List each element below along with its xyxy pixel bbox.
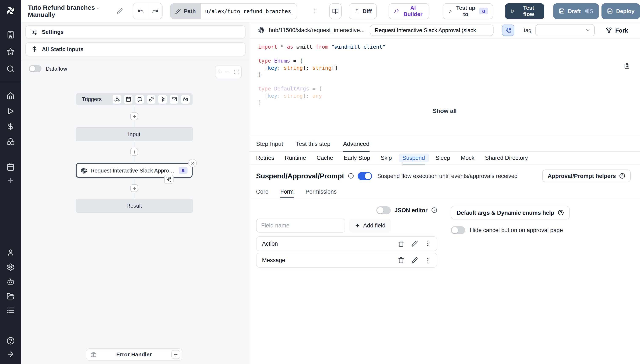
tab-advanced[interactable]: Advanced xyxy=(343,136,369,152)
subtab-mock[interactable]: Mock xyxy=(461,152,475,164)
field-name-input[interactable] xyxy=(256,218,345,232)
hub-script-path[interactable]: hub/11500/slack/request_interactive... xyxy=(269,27,365,34)
delete-field-icon[interactable] xyxy=(398,240,404,247)
subtab-skip[interactable]: Skip xyxy=(381,152,392,164)
search-icon[interactable] xyxy=(5,63,16,74)
docs-book-icon[interactable] xyxy=(330,3,341,19)
result-node[interactable]: Result xyxy=(76,199,192,213)
undo-button[interactable] xyxy=(134,4,148,18)
create-plus-icon[interactable] xyxy=(5,175,16,186)
diff-button[interactable]: Diff xyxy=(349,3,377,19)
info-icon[interactable] xyxy=(348,173,354,179)
kafka-trigger-icon[interactable] xyxy=(158,94,167,104)
windmill-logo-icon[interactable] xyxy=(5,5,16,16)
flow-settings-button[interactable]: Settings xyxy=(25,25,246,38)
deploy-button[interactable]: Deploy xyxy=(601,3,640,19)
http-route-trigger-icon[interactable] xyxy=(135,94,144,104)
suspend-tab-core[interactable]: Core xyxy=(256,186,269,198)
show-all-button[interactable]: Show all xyxy=(249,106,640,116)
user-icon[interactable] xyxy=(5,247,16,258)
redo-button[interactable] xyxy=(148,4,162,18)
runs-play-icon[interactable] xyxy=(5,106,16,117)
audit-list-icon[interactable] xyxy=(5,304,16,316)
favorites-star-icon[interactable] xyxy=(5,46,16,57)
hide-cancel-toggle[interactable] xyxy=(451,226,465,234)
draft-button[interactable]: Draft ⌘S xyxy=(553,3,599,19)
workspace-icon[interactable] xyxy=(5,29,16,40)
suspend-tab-permissions[interactable]: Permissions xyxy=(306,186,337,198)
fork-button[interactable]: Fork xyxy=(606,27,628,34)
suspend-tab-form[interactable]: Form xyxy=(280,186,294,198)
help-icon[interactable] xyxy=(5,335,16,346)
test-up-to-button[interactable]: Test up to a xyxy=(443,3,493,19)
all-static-inputs-button[interactable]: All Static Inputs xyxy=(25,42,246,56)
json-editor-toggle[interactable] xyxy=(376,206,391,214)
slack-approval-node[interactable]: Request Interactive Slack Approval (... … xyxy=(76,163,192,178)
suspend-enabled-toggle[interactable] xyxy=(358,172,372,180)
path-edit-button[interactable]: Path xyxy=(170,3,201,19)
more-menu-icon[interactable] xyxy=(310,6,320,16)
fit-view-icon[interactable] xyxy=(234,69,240,74)
drag-handle-icon[interactable] xyxy=(425,240,431,247)
tab-step-input[interactable]: Step Input xyxy=(256,136,283,152)
ai-builder-button[interactable]: AI Builder xyxy=(389,3,430,19)
schedules-calendar-icon[interactable] xyxy=(5,161,16,173)
flow-graph-panel: Settings All Static Inputs Dataflow Trig… xyxy=(21,22,249,364)
zoom-out-icon[interactable] xyxy=(226,69,231,74)
input-node-label: Input xyxy=(128,131,140,138)
home-icon[interactable] xyxy=(5,90,16,102)
subtab-cache[interactable]: Cache xyxy=(317,152,333,164)
subtab-early-stop[interactable]: Early Stop xyxy=(344,152,370,164)
clipboard-paste-icon[interactable] xyxy=(624,63,630,69)
suspend-phone-icon[interactable] xyxy=(502,24,515,36)
websocket-trigger-icon[interactable] xyxy=(146,94,156,104)
settings-gear-icon[interactable] xyxy=(5,262,16,273)
tab-test-this-step[interactable]: Test this step xyxy=(296,136,330,152)
email-trigger-icon[interactable] xyxy=(169,94,179,104)
step-summary-input[interactable] xyxy=(370,24,494,36)
plus-minus-icon xyxy=(354,8,360,14)
path-input[interactable] xyxy=(201,3,297,19)
zoom-in-icon[interactable] xyxy=(217,69,223,74)
input-node[interactable]: Input xyxy=(76,127,192,141)
delete-node-icon[interactable] xyxy=(188,159,197,168)
suspend-heading: Suspend/Approval/Prompt xyxy=(256,172,344,180)
edit-field-icon[interactable] xyxy=(411,240,418,247)
delete-field-icon[interactable] xyxy=(398,257,404,264)
subtab-suspend[interactable]: Suspend xyxy=(402,152,425,164)
folders-icon[interactable] xyxy=(5,291,16,302)
webhook-trigger-icon[interactable] xyxy=(112,94,121,104)
resources-boxes-icon[interactable] xyxy=(5,136,16,147)
edit-field-icon[interactable] xyxy=(411,257,418,264)
approval-prompt-helpers-button[interactable]: Approval/Prompt helpers xyxy=(542,170,631,182)
dataflow-toggle[interactable] xyxy=(29,65,42,72)
subtab-shared-directory[interactable]: Shared Directory xyxy=(485,152,528,164)
insert-step-button[interactable] xyxy=(130,184,138,192)
subtab-retries[interactable]: Retries xyxy=(256,152,274,164)
tag-select[interactable] xyxy=(536,24,595,36)
poll-trigger-icon[interactable] xyxy=(181,94,190,104)
workers-bot-icon[interactable] xyxy=(5,276,16,287)
variables-dollar-icon[interactable] xyxy=(5,121,16,132)
subtab-sleep[interactable]: Sleep xyxy=(436,152,450,164)
error-handler-node[interactable]: Error Handler xyxy=(86,348,182,360)
advanced-subtabs: Retries Runtime Cache Early Stop Skip Su… xyxy=(249,152,640,164)
info-icon[interactable] xyxy=(431,207,437,213)
trigger-buttons xyxy=(112,94,190,104)
triggers-node[interactable]: Triggers xyxy=(76,93,192,105)
insert-step-button[interactable] xyxy=(130,112,138,120)
test-flow-button[interactable]: Test flow xyxy=(505,3,544,19)
schedule-trigger-icon[interactable] xyxy=(124,94,133,104)
collapse-arrow-icon[interactable] xyxy=(5,348,16,360)
code-editor[interactable]: import * as wmill from "windmill-client"… xyxy=(249,38,640,106)
suspend-phone-badge-icon[interactable] xyxy=(164,174,173,184)
default-args-help-button[interactable]: Default args & Dynamic enums help xyxy=(451,206,570,220)
add-error-handler-icon[interactable] xyxy=(171,350,180,359)
insert-step-button[interactable] xyxy=(130,148,138,156)
subtab-runtime[interactable]: Runtime xyxy=(285,152,306,164)
path-label: Path xyxy=(184,8,196,14)
edit-title-icon[interactable] xyxy=(117,8,123,14)
app-sidebar xyxy=(0,0,21,364)
add-field-button[interactable]: Add field xyxy=(349,218,391,232)
drag-handle-icon[interactable] xyxy=(425,257,431,264)
